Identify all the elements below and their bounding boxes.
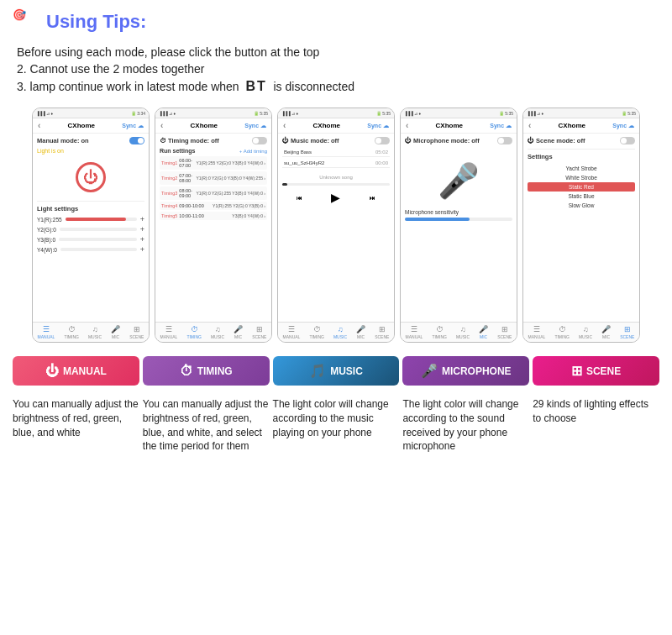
mode-btn-scene[interactable]: ⊞ SCENE bbox=[533, 356, 659, 386]
nav-mc-scene[interactable]: ⊞SCENE bbox=[497, 325, 512, 339]
nav-m-timing[interactable]: ⏱TIMING bbox=[309, 325, 324, 339]
sync-btn-music[interactable]: Sync ☁ bbox=[367, 123, 389, 129]
sensitivity-bar[interactable] bbox=[405, 218, 512, 221]
mode-btn-timing[interactable]: ⏱ TIMING bbox=[143, 356, 270, 386]
color-bar-r[interactable] bbox=[66, 218, 137, 221]
phone-header-scene: ‹ CXhome Sync ☁ bbox=[523, 118, 639, 134]
nav-t-mic[interactable]: 🎤MIC bbox=[234, 325, 243, 339]
tip-3: 3. lamp continue work in latest mode whe… bbox=[17, 79, 659, 94]
phone-header-music: ‹ CXhome Sync ☁ bbox=[278, 118, 394, 134]
mode-btn-microphone[interactable]: 🎤 MICROPHONE bbox=[402, 356, 529, 386]
sensitivity-fill bbox=[405, 218, 470, 221]
nav-sc-manual[interactable]: ☰MANUAL bbox=[528, 325, 546, 339]
phone-content-timing: ⏱ Timing mode: off Run settings + Add ti… bbox=[155, 134, 271, 322]
tip-2: 2. Cannot use the 2 modes together bbox=[17, 62, 659, 76]
nav-m-mic[interactable]: 🎤MIC bbox=[356, 325, 365, 339]
nav-scene[interactable]: ⊞SCENE bbox=[129, 325, 144, 339]
status-bar-manual: ▐▐▐ ⊿ ♦ 🔋 3:34 bbox=[33, 108, 149, 118]
light-on-text: Light is on bbox=[37, 148, 144, 154]
color-plus-r[interactable]: + bbox=[140, 215, 144, 223]
scene-red[interactable]: Static Red bbox=[528, 182, 635, 192]
sync-btn-manual[interactable]: Sync ☁ bbox=[122, 123, 144, 129]
back-arrow-music[interactable]: ‹ bbox=[283, 121, 286, 130]
nav-sc-mic[interactable]: 🎤MIC bbox=[601, 325, 611, 339]
power-button-manual[interactable]: ⏻ bbox=[76, 162, 106, 192]
nav-sc-music[interactable]: ♫MUSIC bbox=[579, 325, 592, 339]
music-progress-bar[interactable] bbox=[282, 183, 390, 186]
nav-mic[interactable]: 🎤MIC bbox=[111, 325, 120, 339]
mode-row-manual: Manual mode: on bbox=[37, 137, 144, 144]
phone-header-manual: ‹ CXhome Sync ☁ bbox=[33, 118, 149, 134]
toggle-timing[interactable] bbox=[252, 137, 267, 144]
toggle-scene[interactable] bbox=[620, 137, 635, 144]
color-row-g: Y2(G):0 + bbox=[37, 225, 144, 234]
next-btn[interactable]: ⏭ bbox=[370, 195, 375, 201]
music-icon: 🎵 bbox=[309, 363, 326, 379]
phone-manual: ▐▐▐ ⊿ ♦ 🔋 3:34 ‹ CXhome Sync ☁ Manual mo… bbox=[32, 108, 150, 343]
scene-glow[interactable]: Slow Glow bbox=[528, 201, 635, 210]
sync-btn-timing[interactable]: Sync ☁ bbox=[244, 123, 266, 129]
color-bar-b[interactable] bbox=[59, 238, 137, 241]
add-timing-btn[interactable]: + Add timing bbox=[239, 149, 267, 154]
color-plus-b[interactable]: + bbox=[140, 235, 144, 244]
song-row-2[interactable]: su_uu_SzH34yR2 00:00 bbox=[282, 159, 390, 168]
music-controls: ⏮ ▶ ⏭ bbox=[282, 191, 390, 204]
nav-mc-mic[interactable]: 🎤MIC bbox=[479, 325, 488, 339]
color-bar-w[interactable] bbox=[60, 248, 137, 251]
status-bar-mic: ▐▐▐ ⊿ ♦ 🔋 5:35 bbox=[401, 108, 517, 118]
back-arrow-mic[interactable]: ‹ bbox=[406, 121, 408, 130]
prev-btn[interactable]: ⏮ bbox=[297, 195, 302, 201]
color-bar-g[interactable] bbox=[60, 228, 137, 231]
scene-icon: ⊞ bbox=[571, 363, 582, 379]
nav-m-manual[interactable]: ☰MANUAL bbox=[283, 325, 301, 339]
nav-mc-music[interactable]: ♫MUSIC bbox=[456, 325, 470, 339]
status-bar-music: ▐▐▐ ⊿ ♦ 🔋 5:35 bbox=[278, 108, 394, 118]
nav-manual[interactable]: ☰MANUAL bbox=[38, 325, 55, 339]
mode-label-manual: Manual mode: on bbox=[37, 137, 89, 144]
phone-microphone: ▐▐▐ ⊿ ♦ 🔋 5:35 ‹ CXhome Sync ☁ ⏻ Microph… bbox=[400, 108, 517, 343]
nav-mc-timing[interactable]: ⏱TIMING bbox=[432, 325, 447, 339]
song-row-1[interactable]: Beijing Bass 05:02 bbox=[282, 148, 390, 157]
toggle-music[interactable] bbox=[375, 137, 390, 144]
toggle-mic[interactable] bbox=[497, 137, 512, 144]
scene-blue[interactable]: Static Blue bbox=[528, 192, 635, 201]
color-plus-g[interactable]: + bbox=[140, 225, 144, 234]
nav-sc-scene[interactable]: ⊞SCENE bbox=[620, 325, 634, 339]
color-row-b: Y3(B):0 + bbox=[37, 235, 144, 244]
color-plus-w[interactable]: + bbox=[140, 245, 144, 254]
desc-timing: You can manually adjust the brightness o… bbox=[143, 397, 270, 454]
phone-nav-scene: ☰MANUAL ⏱TIMING ♫MUSIC 🎤MIC ⊞SCENE bbox=[523, 322, 639, 342]
nav-music[interactable]: ♫MUSIC bbox=[88, 325, 102, 339]
phone-content-manual: Manual mode: on Light is on ⏻ Light sett… bbox=[33, 134, 149, 322]
nav-sc-timing[interactable]: ⏱TIMING bbox=[554, 325, 570, 339]
back-arrow-scene[interactable]: ‹ bbox=[528, 121, 531, 130]
nav-t-timing[interactable]: ⏱TIMING bbox=[186, 325, 202, 339]
sync-btn-scene[interactable]: Sync ☁ bbox=[612, 123, 634, 129]
play-btn[interactable]: ▶ bbox=[331, 191, 340, 204]
nav-t-scene[interactable]: ⊞SCENE bbox=[252, 325, 266, 339]
music-progress-fill bbox=[282, 183, 287, 186]
scene-settings-title: Settings bbox=[528, 149, 635, 160]
timing-label: TIMING bbox=[197, 365, 233, 377]
nav-mc-manual[interactable]: ☰MANUAL bbox=[406, 325, 423, 339]
desc-scene: 29 kinds of lighting effects to choose bbox=[533, 397, 659, 454]
scene-white[interactable]: White Strobe bbox=[528, 173, 635, 182]
phone-title-manual: CXhome bbox=[68, 122, 95, 129]
manual-icon: ⏻ bbox=[45, 364, 59, 379]
nav-m-music[interactable]: ♫MUSIC bbox=[333, 325, 347, 339]
desc-music: The light color will change according to… bbox=[273, 397, 400, 454]
scene-yacht[interactable]: Yacht Strobe bbox=[528, 164, 635, 173]
mode-btn-manual[interactable]: ⏻ MANUAL bbox=[13, 356, 139, 386]
run-settings-row: Run settings + Add timing bbox=[160, 148, 267, 154]
back-arrow[interactable]: ‹ bbox=[38, 121, 40, 130]
phone-content-music: ⏻ Music mode: off Beijing Bass 05:02 su_… bbox=[278, 134, 394, 322]
back-arrow-timing[interactable]: ‹ bbox=[160, 121, 163, 130]
nav-m-scene[interactable]: ⊞SCENE bbox=[375, 325, 389, 339]
manual-label: MANUAL bbox=[63, 365, 107, 377]
nav-t-music[interactable]: ♫MUSIC bbox=[211, 325, 224, 339]
sync-btn-mic[interactable]: Sync ☁ bbox=[490, 123, 512, 129]
mode-btn-music[interactable]: 🎵 MUSIC bbox=[273, 356, 400, 386]
nav-timing[interactable]: ⏱TIMING bbox=[64, 325, 79, 339]
toggle-manual[interactable] bbox=[129, 137, 144, 144]
nav-t-manual[interactable]: ☰MANUAL bbox=[160, 325, 178, 339]
